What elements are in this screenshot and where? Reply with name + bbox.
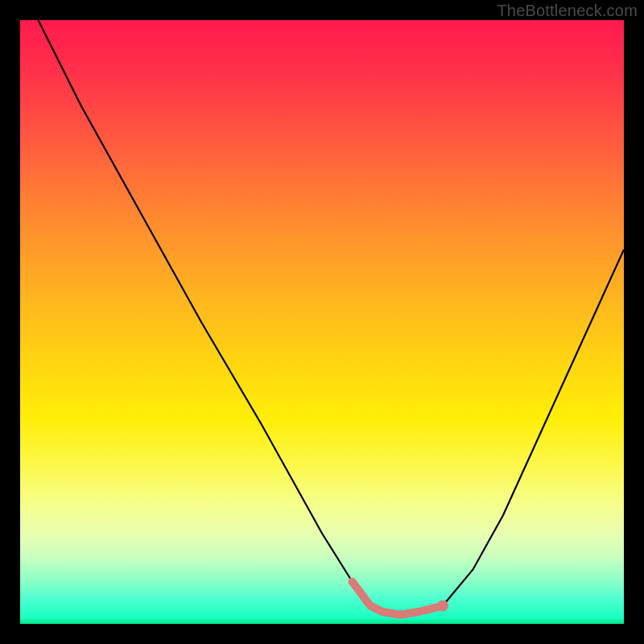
chart-overlay-svg: [20, 20, 624, 624]
highlight-segment-path: [353, 582, 444, 615]
chart-stage: TheBottleneck.com: [0, 0, 644, 644]
metric-curve-path: [39, 20, 625, 615]
watermark-text: TheBottleneck.com: [497, 2, 638, 20]
highlight-end-dot: [437, 601, 448, 612]
